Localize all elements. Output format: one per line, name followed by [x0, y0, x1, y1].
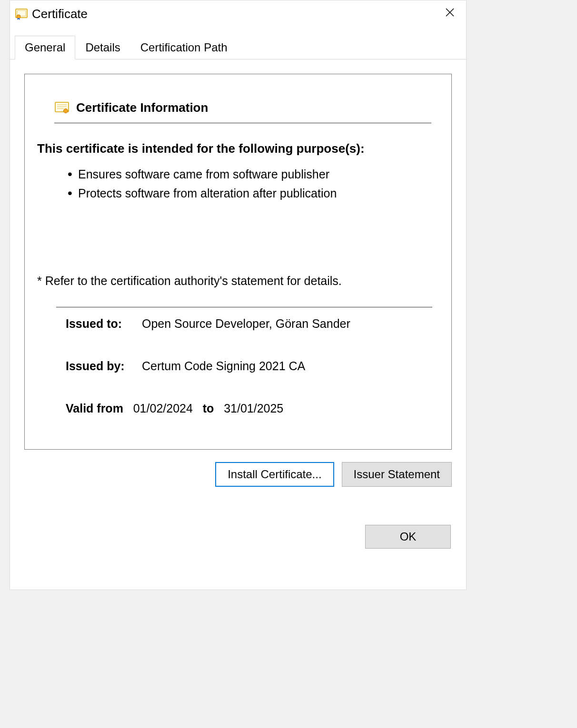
certificate-icon [54, 101, 70, 115]
valid-from-label: Valid from [66, 402, 123, 415]
purpose-item: Protects software from alteration after … [68, 184, 439, 203]
details-grid: Issued to: Open Source Developer, Göran … [66, 317, 439, 415]
install-certificate-button[interactable]: Install Certificate... [215, 462, 334, 487]
purposes-list: Ensures software came from software publ… [68, 165, 439, 203]
window-title: Certificate [32, 7, 88, 21]
svg-point-9 [64, 108, 68, 113]
tabs: General Details Certification Path [10, 37, 466, 59]
tab-details[interactable]: Details [75, 36, 130, 59]
close-button[interactable] [440, 5, 459, 23]
ok-button[interactable]: OK [365, 525, 451, 549]
validity-row: Valid from 01/02/2024 to 31/01/2025 [66, 402, 439, 415]
titlebar-left: Certificate [15, 7, 88, 21]
cert-info-title: Certificate Information [76, 100, 208, 115]
divider [56, 307, 432, 307]
valid-to-value: 31/01/2025 [224, 402, 283, 415]
ok-row: OK [24, 525, 452, 549]
issued-by-row: Issued by: Certum Code Signing 2021 CA [66, 359, 439, 373]
titlebar: Certificate [10, 0, 466, 27]
issued-to-row: Issued to: Open Source Developer, Göran … [66, 317, 439, 331]
issuer-statement-button[interactable]: Issuer Statement [342, 462, 452, 487]
certificate-info-box: Certificate Information This certificate… [24, 74, 452, 450]
cert-info-header: Certificate Information [54, 100, 431, 123]
svg-point-2 [17, 15, 20, 19]
action-buttons: Install Certificate... Issuer Statement [24, 462, 452, 487]
certificate-icon [15, 7, 28, 20]
issued-to-label: Issued to: [66, 317, 142, 331]
valid-from-value: 01/02/2024 [133, 402, 193, 415]
tab-general[interactable]: General [15, 36, 75, 59]
issued-by-label: Issued by: [66, 359, 142, 373]
purpose-item: Ensures software came from software publ… [68, 165, 439, 184]
validity-text: Valid from 01/02/2024 to 31/01/2025 [66, 402, 283, 415]
certificate-dialog: Certificate General Details Certificatio… [10, 0, 467, 590]
issued-to-value: Open Source Developer, Göran Sander [142, 317, 350, 331]
tab-content: Certificate Information This certificate… [10, 59, 466, 590]
footnote: * Refer to the certification authority's… [37, 274, 439, 288]
issued-by-value: Certum Code Signing 2021 CA [142, 359, 305, 373]
tab-certification-path[interactable]: Certification Path [130, 36, 238, 59]
valid-to-label: to [203, 402, 214, 415]
purposes-heading: This certificate is intended for the fol… [37, 141, 439, 156]
